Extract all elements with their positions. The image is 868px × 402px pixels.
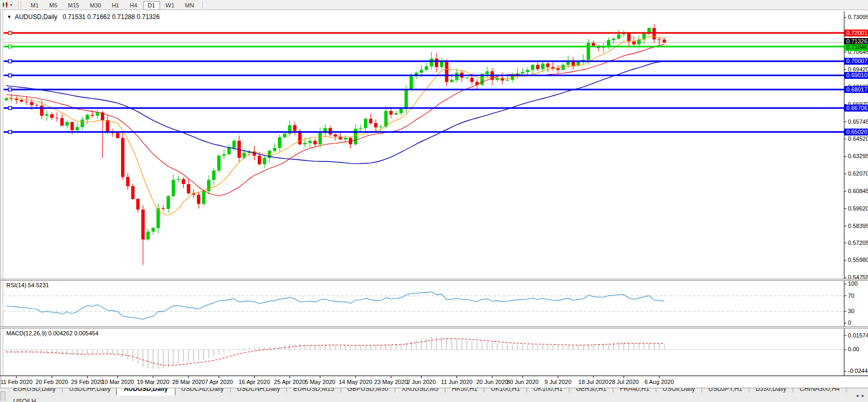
tab-usdchf-daily[interactable]: USDCHF,Daily xyxy=(63,388,117,395)
candle-body xyxy=(5,98,8,100)
candle-body xyxy=(40,106,43,116)
metatrader-terminal: { "toolbar": { "timeframe_buttons": ["M1… xyxy=(0,0,868,402)
timeframe-M15[interactable]: M15 xyxy=(63,1,84,10)
axis-label: 0.70007 xyxy=(846,58,867,64)
date-tick-label: 20 Feb 2020 xyxy=(35,379,68,385)
line-anchor-handle[interactable] xyxy=(8,31,12,34)
candle-body xyxy=(521,72,524,74)
date-tick-label: 30 Jun 2020 xyxy=(507,379,539,385)
chevron-down-icon[interactable]: ▾ xyxy=(10,3,12,7)
triangle-down-icon[interactable]: ▼ xyxy=(7,14,12,20)
candle-body xyxy=(30,102,33,105)
candle-body xyxy=(55,118,59,118)
candle-body xyxy=(445,61,448,82)
candle-body xyxy=(541,63,544,69)
axis-label: 0.68017 xyxy=(846,86,867,93)
timeframe-H4[interactable]: H4 xyxy=(125,1,142,10)
candle-body xyxy=(172,180,175,196)
candle-body xyxy=(627,34,630,42)
candle-body xyxy=(162,208,165,209)
tab-scroll-left-icon[interactable]: ◂ xyxy=(854,392,860,398)
line-anchor-handle[interactable] xyxy=(8,106,12,109)
line-anchor-handle[interactable] xyxy=(8,131,12,134)
candle-body xyxy=(146,232,150,240)
candle-body xyxy=(293,125,296,131)
line-anchor-handle[interactable] xyxy=(8,45,12,48)
candle-body xyxy=(66,122,69,126)
tab-hk50-h1[interactable]: HK50,H1 xyxy=(446,388,483,395)
date-tick-label: 14 May 2020 xyxy=(339,379,372,385)
rsi-tick-label: 0 xyxy=(848,319,851,326)
axis-label: 0.71326 xyxy=(846,38,867,44)
axis-label: 0.71046 xyxy=(846,44,867,50)
candle-body xyxy=(394,113,397,115)
candle-body xyxy=(76,127,79,130)
tab-china300-h4[interactable]: CHINA300,H4 xyxy=(794,388,846,395)
tab-audusd-daily[interactable]: AUDUSD,Daily xyxy=(116,388,175,396)
tab-eurusd-daily[interactable]: EURUSD,Daily xyxy=(7,388,62,395)
axis-label: 0.72001 xyxy=(846,30,867,36)
level-price-label: 0.68017 xyxy=(844,86,868,93)
tab-usdjpy-h1[interactable]: USDJPY,H1 xyxy=(703,388,748,395)
candle-body xyxy=(283,134,286,138)
candle-body xyxy=(556,68,559,70)
tab-usoil-daily[interactable]: USOil,Daily xyxy=(657,388,701,395)
tab-usdcad-daily[interactable]: USDCAD,Daily xyxy=(175,388,230,395)
chart-window[interactable]: 0.730950.718700.706450.694200.681950.669… xyxy=(0,10,868,388)
tab-ger30-h1[interactable]: GER30,H1 xyxy=(570,388,612,395)
timeframe-MN[interactable]: MN xyxy=(180,1,199,10)
timeframe-M1[interactable]: M1 xyxy=(26,1,43,10)
date-tick-label: 25 Apr 2020 xyxy=(274,379,305,385)
timeframe-H1[interactable]: H1 xyxy=(107,1,124,10)
candle-body xyxy=(212,171,216,180)
date-tick-label: 16 Apr 2020 xyxy=(239,379,270,385)
candle-body xyxy=(587,43,590,60)
candle-body xyxy=(546,63,549,67)
candle-body xyxy=(384,111,387,127)
tab-gbpusd-m30[interactable]: GBPUSD,M30 xyxy=(342,388,394,395)
line-anchor-handle[interactable] xyxy=(8,60,12,63)
candle-body xyxy=(455,72,458,79)
timeframe-M5[interactable]: M5 xyxy=(44,1,62,10)
candlestick-chart-icon[interactable] xyxy=(2,2,10,8)
candle-body xyxy=(501,78,504,80)
candle-body xyxy=(309,141,312,143)
price-tick-label: 0.62070 xyxy=(848,170,868,177)
candle-body xyxy=(435,59,438,67)
candle-body xyxy=(405,90,408,109)
tab-uk100-h1[interactable]: UK100,H1 xyxy=(527,388,568,395)
candle-body xyxy=(177,179,180,180)
candle-body xyxy=(131,186,134,199)
tab-xauusd-m5[interactable]: XAUUSD,M5 xyxy=(396,388,444,395)
timeframe-M30[interactable]: M30 xyxy=(85,1,106,10)
toolbar-grip xyxy=(18,2,21,8)
tab-dj30-daily[interactable]: DJ30,Daily xyxy=(750,388,792,395)
candle-body xyxy=(339,136,342,139)
chart-title-ohlc: 0.71531 0.71662 0.71288 0.71326 xyxy=(63,13,160,21)
candle-body xyxy=(45,114,48,116)
candle-body xyxy=(419,70,423,72)
candle-body xyxy=(450,80,453,82)
tab-bar-stub xyxy=(1,391,5,401)
line-anchor-handle[interactable] xyxy=(8,88,12,91)
candle-body xyxy=(81,120,84,127)
timeframe-W1[interactable]: W1 xyxy=(161,1,180,10)
timeframe-D1[interactable]: D1 xyxy=(143,1,160,10)
date-tick-label: 20 Jun 2020 xyxy=(476,379,508,385)
tab-fra40-h1[interactable]: FRA40,H1 xyxy=(614,388,655,395)
tab-usoil-h[interactable]: USOil,H xyxy=(7,396,42,402)
price-chart-canvas[interactable]: 0.730950.718700.706450.694200.681950.669… xyxy=(0,10,868,388)
candle-body xyxy=(389,111,393,115)
candle-body xyxy=(319,133,322,144)
line-anchor-handle[interactable] xyxy=(8,74,12,77)
candle-body xyxy=(374,123,377,127)
tab-scroll-right-icon[interactable]: ▸ xyxy=(860,392,866,398)
tab-uk100-h1[interactable]: UK100,H1 xyxy=(485,388,526,395)
tab-usdcnh-daily[interactable]: USDCNH,Daily xyxy=(231,388,286,395)
candle-body xyxy=(166,196,170,209)
tab-eurusd-m15[interactable]: EURUSD,M15 xyxy=(287,388,340,395)
date-tick-label: 7 Apr 2020 xyxy=(205,379,233,385)
candle-body xyxy=(86,115,89,120)
candle-body xyxy=(658,39,661,40)
candle-body xyxy=(116,133,119,138)
